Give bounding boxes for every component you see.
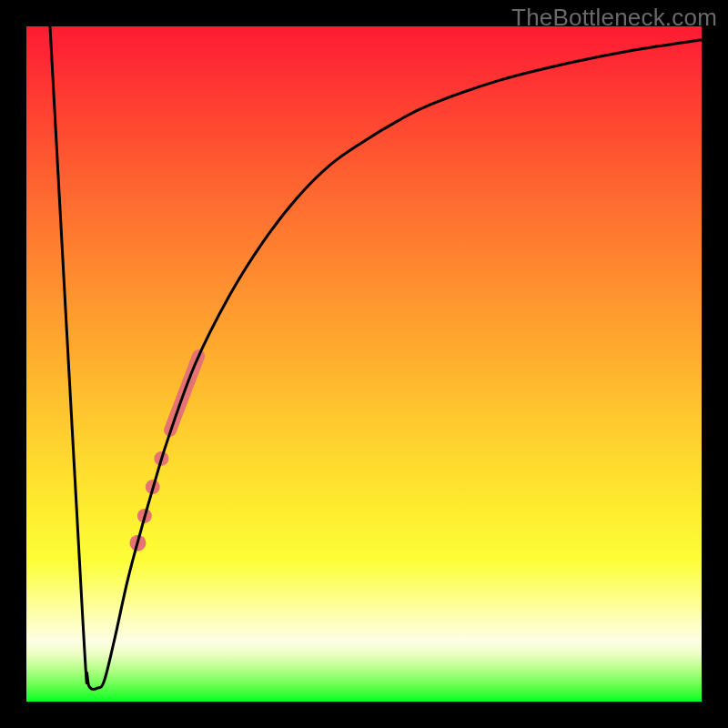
watermark-text: TheBottleneck.com (511, 4, 717, 32)
chart-svg (26, 26, 702, 702)
plot-area (26, 26, 702, 702)
bottleneck-curve (50, 26, 702, 690)
chart-stage: TheBottleneck.com (0, 0, 728, 728)
